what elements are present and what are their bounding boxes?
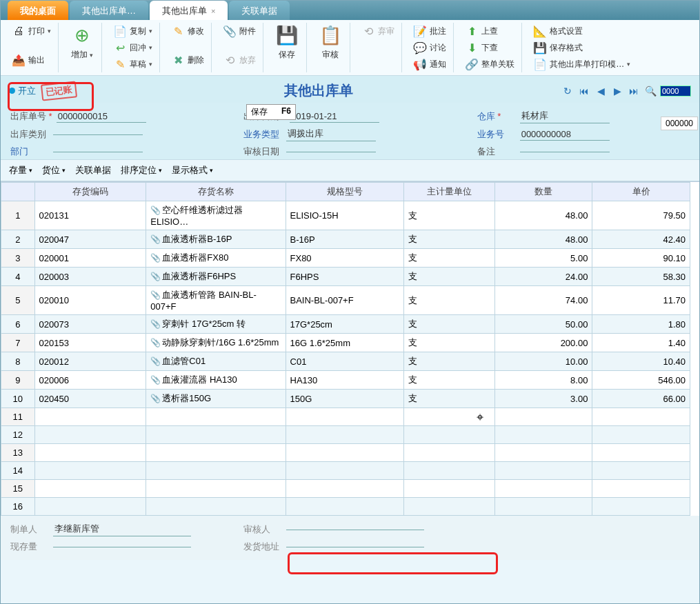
format-save-button[interactable]: 💾保存格式: [530, 39, 633, 56]
cell-price[interactable]: 1.80: [592, 315, 690, 334]
cell-spec[interactable]: B-16P: [286, 230, 404, 249]
cell-spec[interactable]: ELISIO-15H: [286, 201, 404, 230]
first-icon[interactable]: ⏮: [577, 84, 591, 98]
audit-button[interactable]: 📋审核: [315, 23, 346, 62]
cell-name[interactable]: 📎空心纤维透析滤过器 ELISIO…: [146, 201, 286, 230]
cell-qty[interactable]: 50.00: [494, 315, 592, 334]
table-row[interactable]: 1020131📎空心纤维透析滤过器 ELISIO…ELISIO-15H支48.0…: [1, 201, 690, 230]
cell-name[interactable]: 📎动静脉穿刺针/16G 1.6*25mm: [146, 334, 286, 352]
cell-name[interactable]: 📎血液透析器FX80: [146, 249, 286, 268]
display-menu[interactable]: 显示格式▾: [172, 164, 213, 177]
export-button[interactable]: 📤输出: [9, 52, 54, 68]
cell-code[interactable]: 020010: [34, 286, 146, 315]
addr-value[interactable]: [286, 546, 424, 547]
cell-name[interactable]: 📎透析器150G: [146, 390, 286, 408]
cell-spec[interactable]: 150G: [286, 390, 404, 408]
cell-qty[interactable]: 5.00: [494, 249, 592, 268]
cell-spec[interactable]: C01: [286, 352, 404, 371]
search-input[interactable]: [660, 85, 691, 97]
date-value[interactable]: 2019-01-21: [290, 111, 379, 123]
cell-spec[interactable]: FX80: [286, 249, 404, 268]
cell-price[interactable]: 546.00: [592, 371, 690, 390]
table-row[interactable]: 15: [1, 480, 690, 498]
cell-qty[interactable]: 8.00: [494, 371, 592, 390]
cell-price[interactable]: 58.30: [592, 268, 690, 286]
table-row[interactable]: 6020073📎穿刺针 17G*25cm 转17G*25cm支50.001.80: [1, 315, 690, 334]
delete-button[interactable]: ✖删除: [168, 52, 207, 68]
cell-price[interactable]: 79.50: [592, 201, 690, 230]
cell-code[interactable]: 020047: [34, 230, 146, 249]
cell-name[interactable]: 📎穿刺针 17G*25cm 转: [146, 315, 286, 334]
cell-price[interactable]: 42.40: [592, 230, 690, 249]
add-button[interactable]: ⊕增加 ▾: [67, 23, 97, 62]
cell-name[interactable]: 📎血滤管C01: [146, 352, 286, 371]
cell-qty[interactable]: 3.00: [494, 390, 592, 408]
prev-icon[interactable]: ◀: [594, 84, 608, 98]
docno-value[interactable]: 0000000015: [57, 111, 146, 123]
refresh-icon[interactable]: ↻: [561, 84, 574, 98]
stock-menu[interactable]: 存量▾: [9, 164, 32, 177]
table-row[interactable]: 5020010📎血液透析管路 BAIN-BL-007+FBAIN-BL-007+…: [1, 286, 690, 315]
copy-button[interactable]: 📄复制▾: [110, 23, 155, 39]
remark-value[interactable]: [520, 151, 610, 152]
cell-code[interactable]: 020073: [34, 315, 146, 334]
cell-unit[interactable]: 支: [404, 268, 494, 286]
upquery-button[interactable]: ⬆上查: [462, 23, 517, 39]
table-row[interactable]: 10020450📎透析器150G150G支3.0066.00: [1, 390, 690, 408]
attachment-button[interactable]: 📎附件: [220, 23, 259, 39]
cell-spec[interactable]: F6HPS: [286, 268, 404, 286]
modify-button[interactable]: ✎修改: [168, 23, 207, 39]
save-button[interactable]: 💾保存: [272, 23, 302, 62]
auditdate-value[interactable]: [286, 151, 376, 152]
table-row[interactable]: 7020153📎动静脉穿刺针/16G 1.6*25mm16G 1.6*25mm支…: [1, 334, 690, 352]
cell-name[interactable]: 📎血液透析器F6HPS: [146, 268, 286, 286]
cell-unit[interactable]: 支: [404, 352, 494, 371]
relate-button[interactable]: 🔗整单关联: [462, 56, 517, 72]
print-button[interactable]: 🖨打印▾: [9, 23, 54, 39]
col-spec[interactable]: 规格型号: [286, 183, 404, 201]
wh-value[interactable]: 耗材库: [520, 110, 610, 123]
cell-price[interactable]: 66.00: [592, 390, 690, 408]
table-row[interactable]: 8020012📎血滤管C01C01支10.0010.40: [1, 352, 690, 371]
format-set-button[interactable]: 📐格式设置: [530, 23, 633, 39]
grid[interactable]: 存货编码 存货名称 规格型号 主计量单位 数量 单价 1020131📎空心纤维透…: [1, 181, 699, 516]
related-docs[interactable]: 关联单据: [75, 164, 111, 177]
cell-unit[interactable]: 支: [404, 201, 494, 230]
cell-unit[interactable]: 支: [404, 334, 494, 352]
biz-value[interactable]: 调拨出库: [286, 128, 376, 141]
cell-code[interactable]: 020450: [34, 390, 146, 408]
close-icon[interactable]: ×: [211, 7, 215, 15]
cell-spec[interactable]: 17G*25cm: [286, 315, 404, 334]
type-value[interactable]: [53, 134, 143, 135]
table-row[interactable]: 3020001📎血液透析器FX80FX80支5.0090.10: [1, 249, 690, 268]
rollback-button[interactable]: ↩回冲▾: [110, 39, 155, 56]
table-row[interactable]: 16: [1, 498, 690, 516]
cell-qty[interactable]: 48.00: [494, 201, 592, 230]
tab-related[interactable]: 关联单据: [229, 1, 290, 20]
cell-unit[interactable]: 支: [404, 390, 494, 408]
cell-price[interactable]: 10.40: [592, 352, 690, 371]
draft-button[interactable]: ✎草稿▾: [110, 56, 155, 72]
cell-name[interactable]: 📎血液透析管路 BAIN-BL-007+F: [146, 286, 286, 315]
print-tpl-button[interactable]: 📄其他出库单打印模…▾: [530, 56, 633, 72]
col-price[interactable]: 单价: [592, 183, 690, 201]
col-qty[interactable]: 数量: [494, 183, 592, 201]
table-row[interactable]: 11: [1, 408, 690, 426]
cell-name[interactable]: 📎血液灌流器 HA130: [146, 371, 286, 390]
table-row[interactable]: 4020003📎血液透析器F6HPSF6HPS支24.0058.30: [1, 268, 690, 286]
cell-spec[interactable]: HA130: [286, 371, 404, 390]
cell-unit[interactable]: 支: [404, 230, 494, 249]
cell-name[interactable]: 📎血液透析器B-16P: [146, 230, 286, 249]
sort-menu[interactable]: 排序定位▾: [121, 164, 162, 177]
col-code[interactable]: 存货编码: [34, 183, 146, 201]
cell-code[interactable]: 020003: [34, 268, 146, 286]
cell-qty[interactable]: 48.00: [494, 230, 592, 249]
search-icon[interactable]: 🔍: [643, 84, 657, 98]
cell-unit[interactable]: 支: [404, 249, 494, 268]
cell-price[interactable]: 11.70: [592, 286, 690, 315]
col-unit[interactable]: 主计量单位: [404, 183, 494, 201]
notify-button[interactable]: 📢通知: [410, 56, 449, 72]
cell-unit[interactable]: 支: [404, 371, 494, 390]
cell-qty[interactable]: 200.00: [494, 334, 592, 352]
cell-code[interactable]: 020006: [34, 371, 146, 390]
